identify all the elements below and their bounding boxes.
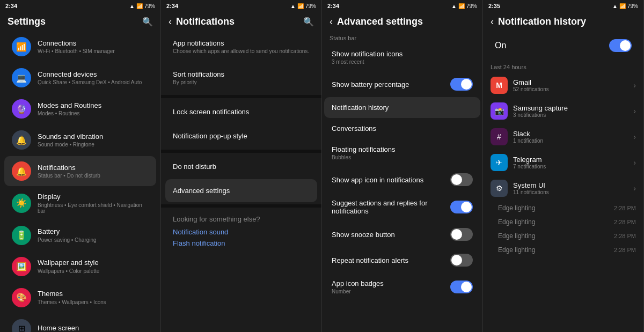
- dnd-title: Do not disturb: [173, 163, 310, 171]
- on-toggle[interactable]: [609, 39, 632, 52]
- on-label: On: [495, 41, 506, 50]
- conversations-row[interactable]: Conversations: [324, 118, 480, 139]
- show-notif-icons-row[interactable]: Show notification icons 3 most recent: [324, 43, 480, 71]
- samsung-capture-info: Samsung capture 3 notifications: [513, 104, 633, 118]
- lock-screen-title: Lock screen notifications: [173, 108, 310, 116]
- gmail-row[interactable]: M Gmail 52 notifications ›: [483, 72, 643, 98]
- system-ui-name: System UI: [513, 181, 633, 189]
- settings-item-battery[interactable]: 🔋 Battery Power saving • Charging: [4, 220, 156, 250]
- floating-notifs-row[interactable]: Floating notifications Bubbles: [324, 139, 480, 167]
- lock-screen-item[interactable]: Lock screen notifications: [165, 100, 317, 123]
- home-title: Home screen: [38, 324, 149, 332]
- search-icon-2[interactable]: 🔍: [303, 17, 314, 27]
- telegram-count: 7 notifications: [513, 164, 633, 169]
- samsung-capture-row[interactable]: 📸 Samsung capture 3 notifications ›: [483, 98, 643, 124]
- back-arrow-4[interactable]: ‹: [491, 16, 494, 27]
- status-bar-1: 2:34 ▲ 📶 79%: [0, 0, 160, 12]
- floating-notifs-text: Floating notifications Bubbles: [332, 145, 396, 160]
- battery-icon-2: 79%: [305, 3, 316, 9]
- suggest-actions-toggle[interactable]: [450, 201, 473, 213]
- samsung-capture-name: Samsung capture: [513, 104, 633, 112]
- settings-item-home-screen[interactable]: ⊞ Home screen: [4, 314, 156, 332]
- wallpaper-icon: 🖼️: [12, 257, 31, 276]
- advanced-settings-item[interactable]: Advanced settings: [165, 179, 317, 202]
- show-notif-icons-sub: 3 most recent: [332, 59, 402, 65]
- header-left-3: ‹ Advanced settings: [330, 16, 423, 27]
- show-battery-pct-toggle[interactable]: [450, 78, 473, 91]
- connected-devices-title: Connected devices: [38, 70, 149, 79]
- app-notifications-item[interactable]: App notifications Choose which apps are …: [165, 32, 317, 62]
- show-battery-pct-title: Show battery percentage: [332, 80, 409, 88]
- wifi-icon: ▲: [129, 3, 135, 9]
- battery-text: Battery Power saving • Charging: [38, 227, 149, 243]
- battery-icon: 79%: [144, 3, 155, 9]
- system-ui-count: 11 notifications: [513, 189, 633, 195]
- settings-item-sounds[interactable]: 🔔 Sounds and vibration Sound mode • Ring…: [4, 125, 156, 155]
- notification-sound-link[interactable]: Notification sound: [173, 226, 310, 238]
- repeat-alerts-row[interactable]: Repeat notification alerts: [324, 247, 480, 273]
- settings-item-themes[interactable]: 🎨 Themes Themes • Wallpapers • Icons: [4, 283, 156, 313]
- advanced-list: Status bar Show notification icons 3 mos…: [322, 31, 482, 332]
- battery-title: Battery: [38, 227, 149, 237]
- edge-lighting-row-3: Edge lighting 2:28 PM: [483, 229, 643, 243]
- status-bar-2: 2:34 ▲ 📶 79%: [161, 0, 321, 12]
- signal-icon-3: ▲: [451, 3, 457, 9]
- sort-notifications-item[interactable]: Sort notifications By priority: [165, 63, 317, 93]
- header-left-4: ‹ Notification history: [491, 16, 586, 27]
- status-icons-2: ▲ 📶 79%: [290, 3, 316, 9]
- telegram-chevron: ›: [633, 158, 636, 167]
- notif-history-row[interactable]: Notification history: [324, 97, 480, 118]
- signal-icon-2: ▲: [290, 3, 296, 9]
- edge-lighting-text-4: Edge lighting: [498, 246, 535, 254]
- app-icon-badges-toggle[interactable]: [450, 281, 473, 293]
- system-ui-row[interactable]: ⚙ System UI 11 notifications ›: [483, 175, 643, 201]
- system-ui-info: System UI 11 notifications: [513, 181, 633, 195]
- show-snooze-toggle[interactable]: [450, 228, 473, 241]
- back-arrow-2[interactable]: ‹: [169, 16, 172, 27]
- notifications-title: Notifications: [38, 164, 149, 173]
- settings-item-display[interactable]: ☀️ Display Brightness • Eye comfort shie…: [4, 187, 156, 219]
- flash-notification-link[interactable]: Flash notification: [173, 238, 310, 249]
- search-icon-1[interactable]: 🔍: [142, 17, 153, 27]
- app-icon-badges-row[interactable]: App icon badges Number: [324, 273, 480, 301]
- themes-text: Themes Themes • Wallpapers • Icons: [38, 290, 149, 305]
- popup-style-item[interactable]: Notification pop-up style: [165, 124, 317, 147]
- settings-item-modes[interactable]: 🔮 Modes and Routines Modes • Routines: [4, 94, 156, 124]
- slack-icon: #: [491, 128, 508, 145]
- battery-icon-4: 79%: [627, 3, 638, 9]
- connected-devices-icon: 💻: [12, 68, 31, 87]
- system-ui-icon: ⚙: [491, 180, 508, 197]
- show-notif-icons-title: Show notification icons: [332, 50, 402, 58]
- settings-item-connected-devices[interactable]: 💻 Connected devices Quick Share • Samsun…: [4, 63, 156, 93]
- repeat-alerts-toggle[interactable]: [450, 254, 473, 267]
- suggest-actions-title: Suggest actions and replies for notifica…: [332, 199, 450, 215]
- connected-devices-text: Connected devices Quick Share • Samsung …: [38, 70, 149, 86]
- settings-item-connections[interactable]: 📶 Connections Wi-Fi • Bluetooth • SIM ma…: [4, 32, 156, 62]
- show-battery-pct-row[interactable]: Show battery percentage: [324, 71, 480, 97]
- slack-row[interactable]: # Slack 1 notification ›: [483, 124, 643, 150]
- notifications-list: App notifications Choose which apps are …: [161, 31, 321, 332]
- sounds-title: Sounds and vibration: [38, 132, 149, 142]
- status-bar-4: 2:35 ▲ 📶 79%: [483, 0, 643, 12]
- suggest-actions-row[interactable]: Suggest actions and replies for notifica…: [324, 193, 480, 222]
- notif-history-title: Notification history: [332, 104, 389, 112]
- floating-notifs-sub: Bubbles: [332, 154, 396, 160]
- do-not-disturb-item[interactable]: Do not disturb: [165, 155, 317, 178]
- display-sub: Brightness • Eye comfort shield • Naviga…: [38, 202, 149, 214]
- edge-lighting-row-2: Edge lighting 2:28 PM: [483, 215, 643, 229]
- edge-lighting-row-4: Edge lighting 2:28 PM: [483, 243, 643, 257]
- show-app-icon-toggle[interactable]: [450, 173, 473, 186]
- settings-item-notifications[interactable]: 🔔 Notifications Status bar • Do not dist…: [4, 156, 156, 186]
- show-snooze-row[interactable]: Show snooze button: [324, 222, 480, 247]
- show-app-icon-row[interactable]: Show app icon in notifications: [324, 167, 480, 193]
- back-arrow-3[interactable]: ‹: [330, 16, 333, 27]
- time-3: 2:34: [327, 3, 339, 9]
- settings-item-wallpaper[interactable]: 🖼️ Wallpaper and style Wallpapers • Colo…: [4, 252, 156, 282]
- page-title-notifications: Notifications: [176, 16, 235, 27]
- edge-lighting-row-1: Edge lighting 2:28 PM: [483, 201, 643, 215]
- divider-3: [161, 204, 321, 208]
- status-icons-4: ▲ 📶 79%: [612, 3, 638, 9]
- last-24-label: Last 24 hours: [483, 61, 643, 72]
- telegram-row[interactable]: ✈ Telegram 7 notifications ›: [483, 150, 643, 175]
- status-bar-label: Status bar: [322, 31, 482, 43]
